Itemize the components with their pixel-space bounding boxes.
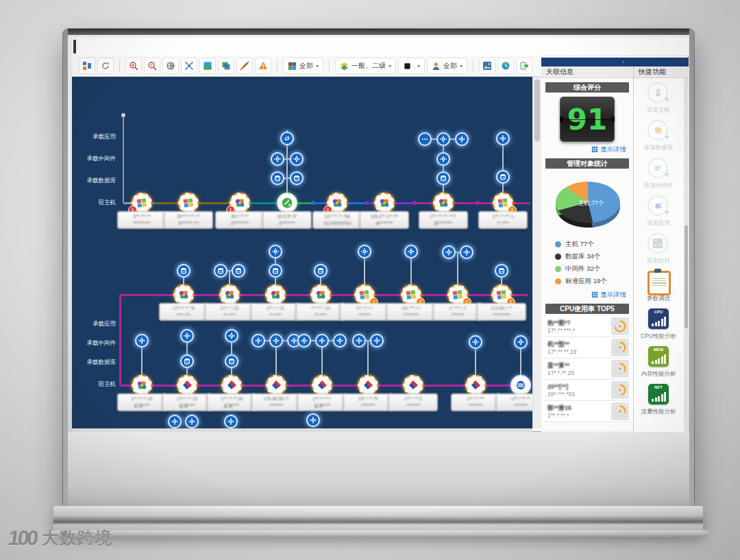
- filter-dropdown-2[interactable]: 一般、二级▾: [335, 58, 396, 74]
- alarm-icon[interactable]: [255, 58, 271, 74]
- gear-node[interactable]: [180, 329, 194, 343]
- db-node[interactable]: [225, 354, 238, 368]
- cpu-usage-row[interactable]: 20**[**]19*.***.*01: [544, 380, 630, 401]
- quick-item-add-database[interactable]: +添加数据库: [637, 120, 680, 152]
- gear-node[interactable]: [297, 334, 311, 348]
- zoom-in-icon[interactable]: [125, 58, 142, 74]
- host-node[interactable]: [219, 284, 240, 305]
- host-node[interactable]: !: [132, 193, 152, 213]
- host-node[interactable]: [277, 193, 297, 213]
- db-node[interactable]: [177, 264, 190, 278]
- cpu-usage-row[interactable]: 机**型**17*.**.**.19: [544, 337, 630, 358]
- host-node[interactable]: [403, 375, 423, 395]
- host-node[interactable]: [312, 375, 332, 395]
- gear-node[interactable]: [269, 334, 283, 348]
- gear-node[interactable]: [436, 132, 450, 146]
- host-node[interactable]: !: [401, 284, 421, 305]
- gear-node[interactable]: [455, 132, 469, 146]
- gear-node[interactable]: [251, 334, 265, 348]
- host-node[interactable]: [132, 375, 152, 395]
- gear-node[interactable]: [358, 245, 371, 258]
- quick-item-traffic-analysis[interactable]: NET流量性能分析: [637, 384, 680, 416]
- db-node[interactable]: [314, 264, 328, 278]
- topology-canvas[interactable]: 承载应用承载中间件承载数据库宿主机承载应用承载中间件承载数据库宿主机!3**.*…: [72, 77, 532, 428]
- cpu-usage-row[interactable]: 部**册151**.*.**.*: [544, 401, 630, 422]
- gear-node[interactable]: [225, 329, 238, 343]
- quick-item-add-host[interactable]: +添加主机: [637, 82, 680, 114]
- db-node[interactable]: [495, 264, 508, 278]
- layers-icon[interactable]: [218, 58, 234, 74]
- history-icon[interactable]: [497, 58, 514, 74]
- host-node[interactable]: [265, 284, 286, 305]
- filter-dropdown-4[interactable]: 全部▾: [427, 58, 467, 74]
- gear-node[interactable]: [333, 334, 347, 348]
- gear-node[interactable]: [168, 415, 182, 428]
- canvas-vertical-scrollbar[interactable]: [532, 77, 541, 428]
- dots-node[interactable]: [418, 132, 432, 146]
- db-node[interactable]: [232, 264, 245, 278]
- quick-item-add-topology[interactable]: 添加拓扑: [637, 233, 680, 265]
- gear-node[interactable]: [496, 132, 510, 145]
- quick-item-add-middleware[interactable]: +添加中间件: [637, 158, 680, 190]
- db-node[interactable]: [496, 170, 510, 184]
- quick-item-tuning-clipboard[interactable]: 参数调优: [637, 271, 680, 303]
- db-node[interactable]: [436, 171, 450, 185]
- quick-item-add-application[interactable]: +添加应用: [637, 195, 680, 228]
- db-node[interactable]: [214, 264, 227, 278]
- score-detail-link[interactable]: 显示详情: [544, 143, 630, 156]
- host-node[interactable]: [221, 375, 242, 395]
- thumbnail-icon[interactable]: [199, 58, 216, 74]
- export-icon[interactable]: [516, 58, 532, 74]
- host-node[interactable]: !: [230, 193, 250, 213]
- host-node[interactable]: [433, 193, 454, 213]
- gear-node[interactable]: [436, 152, 450, 166]
- host-node[interactable]: [178, 193, 199, 213]
- layout-icon[interactable]: [79, 58, 95, 74]
- quick-item-memory-analysis[interactable]: MEM内存性能分析: [637, 346, 680, 378]
- filter-dropdown-1[interactable]: 全部▾: [283, 58, 323, 74]
- db-node[interactable]: [271, 171, 284, 185]
- filter-dropdown-3[interactable]: ▾: [398, 58, 425, 74]
- gear-node[interactable]: [469, 335, 482, 349]
- gear-node[interactable]: [404, 245, 418, 258]
- gear-node[interactable]: [460, 245, 473, 259]
- host-node[interactable]: [374, 193, 395, 213]
- quick-panel-scrollbar[interactable]: [684, 78, 689, 432]
- cpu-usage-row[interactable]: 显**算**17*.*.**.20: [544, 358, 630, 380]
- panel-collapse-icon[interactable]: -: [622, 58, 624, 65]
- host-node[interactable]: [266, 375, 286, 395]
- host-node[interactable]: [465, 375, 486, 395]
- host-node[interactable]: [358, 375, 378, 395]
- zoom-out-icon[interactable]: [144, 58, 160, 74]
- host-node[interactable]: [510, 375, 531, 395]
- quick-item-cpu-analysis[interactable]: CPUCPU性能分析: [637, 308, 680, 341]
- sync-node[interactable]: [280, 132, 294, 145]
- snapshot-icon[interactable]: [479, 58, 495, 74]
- scrollbar-thumb[interactable]: [534, 80, 540, 141]
- db-node[interactable]: [180, 354, 194, 368]
- gear-node[interactable]: [442, 245, 456, 259]
- gear-node[interactable]: [352, 334, 366, 348]
- refresh-icon[interactable]: [97, 58, 114, 74]
- db-node[interactable]: [269, 264, 282, 278]
- host-node[interactable]: !: [493, 193, 513, 213]
- gear-node[interactable]: [370, 334, 384, 348]
- cpu-usage-row[interactable]: 热**图*717*.**.***.*: [544, 316, 630, 337]
- gear-node[interactable]: [135, 334, 149, 348]
- db-node[interactable]: [290, 171, 304, 185]
- gear-node[interactable]: [185, 415, 199, 428]
- host-node[interactable]: !: [491, 284, 512, 305]
- host-node[interactable]: [173, 284, 194, 305]
- gear-node[interactable]: [315, 334, 329, 348]
- host-node[interactable]: !: [327, 193, 347, 213]
- gear-node[interactable]: [269, 245, 282, 258]
- gear-node[interactable]: [290, 152, 304, 166]
- stats-detail-link[interactable]: 显示详情: [544, 289, 630, 302]
- host-node[interactable]: !: [354, 284, 375, 305]
- scrollbar-thumb[interactable]: [684, 226, 688, 328]
- gear-node[interactable]: [306, 413, 320, 427]
- gear-node[interactable]: [224, 415, 238, 428]
- host-node[interactable]: [177, 375, 197, 395]
- gear-node[interactable]: [271, 152, 284, 166]
- edit-off-icon[interactable]: [236, 58, 253, 74]
